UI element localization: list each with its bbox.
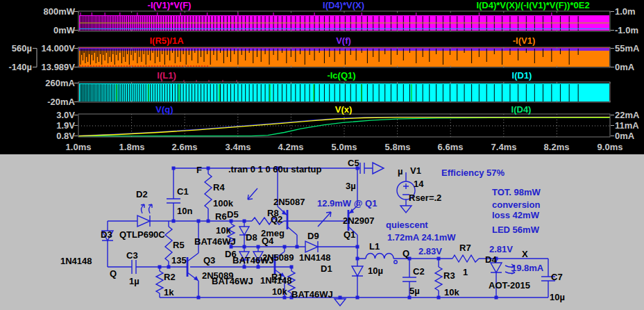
y2-axis-label[interactable]: -1.0m [615,25,638,35]
trace-title[interactable]: I(L1) [157,70,176,81]
trace-title[interactable]: I(D1) [512,70,532,81]
label-l1[interactable]: L1 [369,241,380,252]
value-r7[interactable]: 1 [463,267,468,277]
label-d8[interactable]: D8 [246,232,257,243]
x-tick-label[interactable]: 8.2ms [544,142,570,152]
trace-title[interactable]: -Ic(Q1) [327,70,355,81]
annotation-led-power[interactable]: LED 56mW [492,225,540,235]
label-r3[interactable]: R3 [443,270,455,281]
label-r6[interactable]: R6 [215,211,227,222]
waveform-viewer[interactable]: -I(V1)*V(F) I(D4)*V(X) I(D4)*V(X)/(-I(V1… [0,0,644,154]
annotation-efficiency[interactable]: Efficiency 57% [441,168,505,178]
net-label-x[interactable]: X [522,249,528,259]
net-label-f[interactable]: F [196,165,202,175]
y2-axis-label[interactable]: 0mA [615,62,635,72]
y-axis-label[interactable]: 1.9V [56,120,75,131]
label-v1[interactable]: V1 [410,165,421,176]
y-axis-label[interactable]: 260mA [45,78,75,88]
y-axis-label[interactable]: 3.0V [56,110,75,120]
x-tick-label[interactable]: 7.4ms [491,142,517,152]
y-axis-label[interactable]: 0mW [53,25,76,35]
label-d3[interactable]: D3 [101,229,112,240]
value-q1[interactable]: 2N2907 [343,215,375,226]
value-v1[interactable]: 14 [414,179,424,189]
x-tick-label[interactable]: 1.8ms [119,142,145,152]
label-c3[interactable]: C3 [126,250,138,261]
x-tick-label[interactable]: 1.0ms [66,142,92,152]
value-r4[interactable]: 100k [213,198,234,209]
label-d2[interactable]: D2 [136,189,148,199]
label-q2[interactable]: Q2 [271,214,282,225]
y2-axis-label[interactable]: 0mA [615,131,635,141]
value-d1[interactable]: BAT46WJ [291,289,333,300]
label-q1[interactable]: Q1 [344,229,355,240]
y-axis-label[interactable]: -140µ [8,62,32,72]
value-c3[interactable]: 1µ [129,276,139,286]
value-l1[interactable]: 10µ [368,266,383,276]
label-q3[interactable]: Q3 [203,255,215,266]
x-tick-label[interactable]: 9.0ms [598,142,623,152]
value-bat46wj[interactable]: BAT46WJ [212,276,253,286]
label-d4[interactable]: D4 [485,254,497,265]
trace-title[interactable]: V(x) [335,104,353,115]
annotation-quiescent-value[interactable]: 1.72mA 24.1mW [387,232,456,243]
label-d9[interactable]: D9 [307,231,319,241]
label-r5[interactable]: R5 [173,240,185,250]
annotation-node-x-voltage[interactable]: 2.81V [489,244,513,254]
trace-title[interactable]: -I(V1) [513,35,536,46]
value-c1[interactable]: 10n [177,206,192,216]
annotation-q1-power[interactable]: 12.9mW @ Q1 [317,198,377,209]
label-q4[interactable]: Q4 [262,236,274,246]
y2-axis-label[interactable]: 55mA [615,43,640,54]
trace-title[interactable]: I(D4) [511,104,532,115]
value-d5[interactable]: BAT46WJ [194,236,236,247]
y2-axis-label[interactable]: 1.0m [615,6,636,17]
net-label-q[interactable]: Q [110,268,117,279]
value-v1-rser[interactable]: Rser=.2 [409,193,441,203]
label-d1[interactable]: D1 [321,263,332,274]
y2-axis-label[interactable]: 22mA [615,110,640,120]
value-c7[interactable]: 10µ [550,292,565,302]
label-r4[interactable]: R4 [213,182,225,193]
value-d4[interactable]: AOT-2015 [489,280,530,291]
net-label-q-out[interactable]: Q [402,248,409,259]
trace-title[interactable]: V(f) [336,35,351,46]
value-r2[interactable]: 1k [164,287,174,297]
annotation-conversion[interactable]: conversion [492,199,540,210]
label-c2[interactable]: C2 [413,266,425,277]
value-c5[interactable]: 3µ [346,181,356,191]
trace-title[interactable]: I(D4)*V(X) [323,0,364,10]
spice-directive[interactable]: .tran 0 1 0 60u startup [228,164,321,174]
value-q2[interactable]: 2N5087 [273,197,305,207]
annotation-node-q-voltage[interactable]: 2.83V [418,246,442,256]
value-d3[interactable]: 1N4148 [60,256,92,266]
annotation-quiescent[interactable]: quiescent [386,220,428,230]
value-r3[interactable]: 10k [444,287,459,297]
value-r5[interactable]: 135 [171,255,187,266]
value-d7[interactable]: 1N4148 [260,275,292,286]
label-r2[interactable]: R2 [164,272,176,282]
y-axis-label[interactable]: 800mW [43,6,75,17]
trace-title[interactable]: V(q) [155,104,173,115]
schematic-editor[interactable]: F .tran 0 1 0 60u startup C1 10n R4 100k… [0,154,644,310]
label-c7[interactable]: C7 [551,272,563,282]
y-axis-label[interactable]: 14.000V [42,43,76,54]
trace-title[interactable]: I(D4)*V(X)/(-I(V1)*V(F))*0E2 [476,0,589,10]
annotation-led-current[interactable]: 19.8mA [511,263,544,273]
value-d9[interactable]: 1N4148 [299,252,331,263]
value-r1[interactable]: 10k [272,286,287,297]
x-tick-label[interactable]: 4.2ms [278,142,304,152]
value-c2[interactable]: 5µ [409,286,420,296]
y2-axis-label[interactable]: 11mA [615,120,639,131]
x-tick-label[interactable]: 3.4ms [226,142,251,152]
value-d2[interactable]: QTLP690C [119,229,165,240]
label-r7[interactable]: R7 [459,243,471,253]
value-q4[interactable]: 2N5089 [262,252,294,263]
trace-title[interactable]: I(R5)/1A [149,35,184,46]
x-tick-label[interactable]: 5.8ms [385,142,411,152]
x-tick-label[interactable]: 2.6ms [172,142,198,152]
x-tick-label[interactable]: 6.6ms [438,142,464,152]
y-axis-label[interactable]: 0.8V [56,131,75,141]
schematic-background[interactable] [0,154,644,310]
label-c1[interactable]: C1 [177,186,189,197]
